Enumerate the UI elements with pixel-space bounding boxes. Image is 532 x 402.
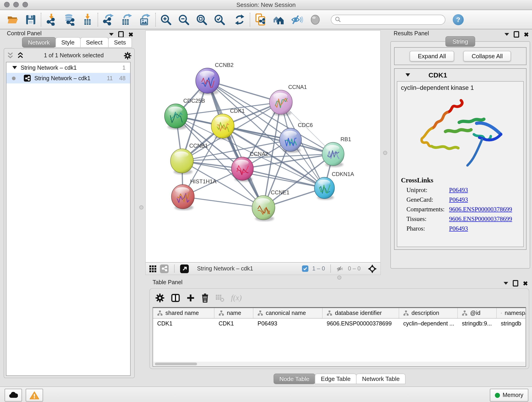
table-panel-float-icon[interactable] [513, 280, 518, 287]
tab-select[interactable]: Select [80, 37, 108, 48]
zoom-fit-icon[interactable] [196, 13, 208, 26]
network-node-RB1[interactable] [322, 142, 344, 167]
column-header-database-identifier[interactable]: database identifier [323, 308, 399, 318]
table-row[interactable]: CDK1CDK1P064939606.ENSP00000378699cyclin… [153, 319, 526, 328]
network-edge[interactable] [242, 169, 324, 188]
control-panel-collapse-icon[interactable] [109, 33, 114, 36]
refresh-icon[interactable] [234, 13, 246, 26]
bottom-splitter-grip[interactable] [337, 275, 341, 280]
control-panel-float-icon[interactable] [118, 31, 124, 38]
crosslink-uniprot-link[interactable]: P06493 [449, 186, 468, 194]
hide-eye-icon[interactable] [291, 13, 303, 26]
tab-string[interactable]: String [445, 36, 475, 47]
scrollbar-thumb[interactable] [155, 362, 197, 365]
network-row[interactable]: String Network – cdk1 11 48 [6, 73, 130, 83]
network-node-CDK1[interactable] [211, 114, 234, 140]
crosslink-label: Pharos: [401, 225, 449, 232]
column-header-canonical-name[interactable]: canonical name [253, 308, 323, 318]
search-box[interactable] [331, 14, 445, 25]
table-cell[interactable]: 9606.ENSP00000378699 [323, 320, 399, 327]
export-image-icon[interactable] [139, 13, 151, 26]
network-thumbnail-icon[interactable] [160, 264, 169, 273]
import-database-icon[interactable] [63, 13, 76, 26]
create-column-icon[interactable] [186, 294, 195, 302]
table-cell[interactable]: CDK1 [215, 320, 253, 327]
expand-all-button[interactable]: Expand All [410, 51, 454, 61]
results-panel-collapse-icon[interactable] [505, 33, 509, 36]
column-header-namespace[interactable]: namespace [497, 308, 526, 318]
table-cell[interactable]: stringdb:9... [458, 320, 497, 327]
delete-column-icon[interactable] [201, 293, 209, 303]
crosslink-genecard-link[interactable]: P06493 [449, 196, 468, 204]
save-session-icon[interactable] [25, 13, 37, 26]
collapse-all-button[interactable]: Collapse All [463, 51, 511, 61]
warning-button[interactable] [26, 389, 43, 402]
entry-expander-icon[interactable] [405, 73, 410, 77]
help-icon[interactable]: ? [453, 14, 464, 25]
node-result-header[interactable]: CDK1 [394, 69, 526, 81]
table-cell[interactable]: cyclin–dependent ... [399, 320, 458, 327]
tab-network-table[interactable]: Network Table [356, 374, 405, 384]
table-panel: Table Panel ✖ f(x) [148, 279, 530, 370]
collapse-tree-icon[interactable] [7, 52, 14, 59]
search-input[interactable] [343, 16, 441, 23]
show-columns-icon[interactable] [171, 293, 180, 303]
control-panel-close-icon[interactable]: ✖ [128, 32, 133, 37]
import-table-icon[interactable] [82, 13, 94, 26]
network-collection-row[interactable]: String Network – cdk1 1 [6, 62, 130, 73]
function-builder-icon: f(x) [231, 293, 242, 303]
zoom-selected-icon[interactable] [214, 13, 225, 26]
network-node-CCNE1[interactable] [252, 196, 275, 221]
network-canvas[interactable]: CCNB2CCNA1CDC25BCDK1CDC6RB1CCNB1CCNA2CDK… [146, 31, 380, 263]
column-header-description[interactable]: description [399, 308, 458, 318]
crosshair-icon[interactable] [368, 264, 377, 273]
cloud-button[interactable] [5, 389, 22, 402]
column-header--id[interactable]: @id [458, 308, 497, 318]
network-options-gear-icon[interactable] [124, 51, 132, 59]
network-grid-icon[interactable] [149, 265, 156, 272]
crosslink-pharos-link[interactable]: P06493 [449, 225, 468, 232]
network-edge[interactable] [183, 197, 264, 208]
network-edge[interactable] [208, 81, 264, 208]
network-node-CDC25B[interactable] [165, 104, 187, 130]
right-splitter-grip[interactable] [383, 151, 387, 155]
tab-network[interactable]: Network [22, 37, 56, 48]
tab-node-table[interactable]: Node Table [273, 374, 315, 384]
network-node-CDKN1A[interactable] [314, 177, 335, 200]
eye-icon[interactable] [309, 13, 321, 26]
open-session-icon[interactable] [7, 13, 19, 26]
control-panel-title: Control Panel [7, 30, 42, 37]
table-cell[interactable]: P06493 [253, 320, 323, 327]
network-node-CCNB1[interactable] [171, 149, 193, 175]
table-options-gear-icon[interactable] [155, 293, 165, 303]
network-node-CCNA1[interactable] [269, 90, 292, 116]
zoom-out-icon[interactable] [178, 13, 190, 26]
selected-checkbox-icon[interactable] [302, 265, 309, 272]
export-table-icon[interactable] [120, 13, 133, 26]
tab-style[interactable]: Style [55, 37, 80, 48]
string-document-icon[interactable] [254, 13, 266, 26]
tab-edge-table[interactable]: Edge Table [315, 374, 357, 384]
memory-button[interactable]: Memory [490, 389, 528, 402]
collection-expander-icon[interactable] [12, 66, 17, 69]
column-header-name[interactable]: name [215, 308, 253, 318]
tab-sets[interactable]: Sets [108, 37, 132, 48]
network-node-HIST1H1A[interactable] [171, 185, 194, 211]
results-panel-float-icon[interactable] [514, 31, 519, 38]
table-horizontal-scrollbar[interactable] [153, 362, 525, 366]
export-network-icon[interactable] [102, 13, 114, 26]
table-cell[interactable]: CDK1 [153, 320, 215, 327]
crosslink-tissues-link[interactable]: 9606.ENSP00000378699 [449, 216, 512, 223]
detach-view-icon[interactable] [180, 264, 189, 273]
zoom-in-icon[interactable] [160, 13, 172, 26]
table-panel-close-icon[interactable]: ✖ [523, 281, 528, 286]
left-splitter-grip[interactable] [139, 205, 143, 210]
table-panel-collapse-icon[interactable] [504, 282, 508, 285]
import-network-icon[interactable] [45, 13, 57, 26]
results-panel-close-icon[interactable]: ✖ [524, 32, 529, 37]
crosslink-compartments-link[interactable]: 9606.ENSP00000378699 [449, 206, 512, 213]
homes-icon[interactable] [272, 13, 285, 26]
column-header-shared-name[interactable]: shared name [153, 308, 215, 318]
table-cell[interactable]: stringdb [497, 320, 526, 327]
expand-tree-icon[interactable] [17, 52, 24, 59]
